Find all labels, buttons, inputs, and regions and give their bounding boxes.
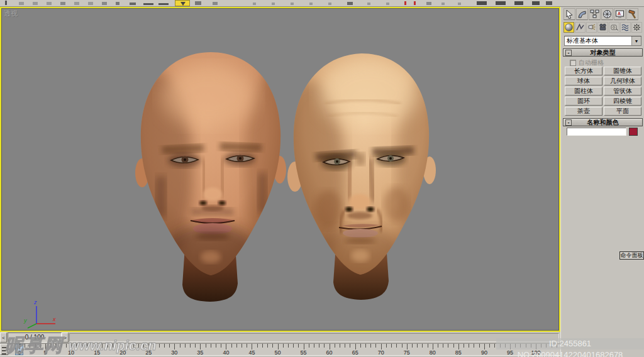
ruler-tick (206, 344, 206, 348)
ruler-tick (76, 344, 77, 348)
active-tool-button[interactable] (175, 0, 190, 6)
name-color-rollout-header[interactable]: - 名称和颜色 (563, 118, 643, 126)
button-teapot[interactable]: 茶壶 (565, 107, 602, 116)
button-cone[interactable]: 圆锥体 (604, 67, 641, 75)
category-helpers[interactable] (609, 22, 619, 33)
ruler-tick (61, 344, 62, 348)
tab-hierarchy[interactable] (589, 8, 601, 20)
ruler-tick (102, 344, 103, 348)
button-cylinder[interactable]: 圆柱体 (565, 87, 602, 96)
toolbar-icon-fragment[interactable] (5, 1, 7, 5)
chevron-down-icon[interactable]: ▼ (631, 36, 641, 45)
head-model-right[interactable] (276, 53, 447, 300)
tab-motion[interactable] (601, 8, 613, 20)
track-bar[interactable]: 0510152025303540455055606570758085909510… (0, 343, 560, 355)
systems-gear-icon (633, 23, 641, 31)
toolbar-icon-fragment[interactable] (213, 2, 218, 5)
category-cameras[interactable] (597, 22, 608, 33)
category-lights[interactable] (586, 22, 597, 33)
ruler-tick (30, 344, 30, 348)
toolbar-icon-fragment[interactable] (532, 1, 540, 5)
category-space-warps[interactable] (620, 22, 631, 33)
toolbar-icon-fragment[interactable] (33, 2, 38, 5)
category-systems[interactable] (631, 22, 642, 33)
object-type-rollout-header[interactable]: - 对象类型 (563, 48, 643, 57)
button-plane[interactable]: 平面 (604, 107, 641, 116)
toolbar-icon-fragment[interactable] (143, 3, 153, 5)
toolbar-icon-fragment[interactable] (477, 1, 487, 5)
button-box[interactable]: 长方体 (565, 67, 602, 75)
ruler-tick (153, 344, 154, 348)
toolbar-icon-fragment[interactable] (195, 1, 201, 5)
ruler-tick (417, 344, 418, 348)
toolbar-icon-fragment[interactable] (116, 2, 119, 5)
primitive-category-dropdown[interactable]: 标准基本体 ▼ (564, 36, 641, 46)
tab-modify[interactable] (576, 8, 588, 20)
toolbar-icon-fragment[interactable] (496, 1, 506, 5)
head-model-left[interactable] (118, 52, 301, 302)
ruler-tick (391, 344, 392, 348)
ruler-tick (252, 344, 252, 349)
ruler-tick (552, 344, 552, 348)
toolbar-icon-fragment[interactable] (309, 3, 313, 5)
object-name-field[interactable] (567, 128, 626, 136)
motion-wheel-icon (602, 9, 612, 19)
toolbar-icon-fragment[interactable] (367, 3, 370, 5)
toolbar-icon-fragment[interactable] (347, 2, 353, 5)
perspective-viewport[interactable]: 透视 (0, 7, 560, 332)
toolbar-icon-fragment[interactable] (458, 3, 461, 5)
command-panel-tab-label[interactable]: 命令面板 (619, 251, 644, 260)
object-color-swatch[interactable] (629, 128, 638, 136)
button-geosphere[interactable]: 几何球体 (604, 77, 641, 85)
toolbar-icon-fragment[interactable] (514, 1, 523, 5)
tab-utilities[interactable] (626, 8, 638, 20)
ruler-tick (298, 344, 299, 348)
toolbar-icon-fragment[interactable] (253, 3, 256, 5)
tab-create[interactable] (564, 8, 575, 20)
toolbar-icon-fragment[interactable] (426, 2, 431, 5)
time-slider-handle[interactable]: 0 / 100 (8, 332, 62, 343)
toolbar-icon-fragment[interactable] (19, 2, 24, 5)
toolbar-icon-fragment[interactable] (47, 2, 52, 5)
next-frame-button[interactable]: > (62, 332, 69, 343)
dropdown-selected-value: 标准基本体 (565, 36, 631, 45)
autogrid-checkbox[interactable] (570, 60, 576, 66)
tab-display[interactable]: A (614, 8, 626, 20)
button-torus[interactable]: 圆环 (565, 97, 602, 106)
ruler-tick (402, 344, 402, 348)
toolbar-icon-fragment[interactable] (60, 2, 65, 5)
toolbar-icon-fragment[interactable] (414, 1, 416, 5)
ruler-tick (278, 344, 279, 349)
time-slider-track[interactable] (69, 333, 559, 342)
ruler-tick (433, 344, 433, 349)
toolbar-icon-fragment[interactable] (546, 1, 552, 5)
toolbar-icon-fragment[interactable] (441, 3, 445, 5)
toolbar-icon-fragment[interactable] (404, 1, 406, 5)
button-pyramid[interactable]: 四棱锥 (604, 97, 641, 106)
toolbar-icon-fragment[interactable] (88, 2, 93, 5)
collapse-icon[interactable]: - (565, 119, 572, 126)
hierarchy-icon (590, 9, 599, 19)
toolbar-icon-fragment[interactable] (130, 3, 136, 5)
toolbar-icon-fragment[interactable] (158, 3, 169, 5)
name-color-title: 名称和颜色 (587, 119, 619, 126)
ruler-tick (190, 344, 191, 348)
toolbar-icon-fragment[interactable] (74, 2, 79, 5)
previous-frame-button[interactable]: < (0, 332, 7, 343)
button-tube[interactable]: 管状体 (604, 87, 641, 96)
ruler-tick (55, 344, 56, 348)
toolbar-icon-fragment[interactable] (291, 3, 294, 5)
mini-curve-editor-button[interactable] (0, 344, 8, 355)
collapse-icon[interactable]: - (565, 50, 572, 56)
toolbar-icon-fragment[interactable] (328, 3, 331, 5)
ruler-tick (479, 344, 480, 348)
toolbar-icon-fragment[interactable] (102, 2, 107, 5)
ruler-tick (148, 344, 149, 349)
toolbar-icon-fragment[interactable] (386, 3, 389, 5)
category-shapes[interactable] (575, 22, 586, 33)
category-geometry[interactable] (564, 22, 574, 33)
axis-tripod: z x y (23, 299, 56, 328)
button-sphere[interactable]: 球体 (565, 77, 602, 85)
toolbar-icon-fragment[interactable] (272, 3, 275, 5)
ruler-tick (231, 344, 232, 348)
